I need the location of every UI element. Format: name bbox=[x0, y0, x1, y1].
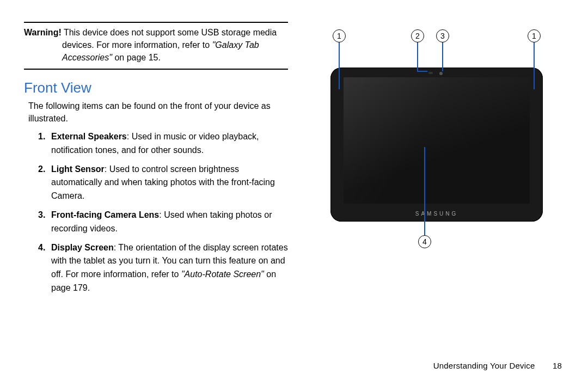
brand-label: SAMSUNG bbox=[330, 211, 543, 217]
left-column: Warning! This device does not support so… bbox=[24, 22, 288, 301]
tablet-outline: SAMSUNG bbox=[330, 68, 543, 222]
list-item: Front-facing Camera Lens: Used when taki… bbox=[38, 209, 288, 236]
footer-chapter: Understanding Your Device bbox=[433, 361, 535, 370]
light-sensor-dot bbox=[428, 72, 433, 74]
list-item: Light Sensor: Used to control screen bri… bbox=[38, 163, 288, 203]
callout-3: 3 bbox=[436, 29, 449, 42]
warning-ref-suffix: on page 15. bbox=[112, 53, 161, 62]
callout-1-right: 1 bbox=[528, 29, 541, 42]
callout-lead bbox=[339, 42, 340, 89]
page-footer: Understanding Your Device 18 bbox=[433, 361, 562, 370]
footer-page-number: 18 bbox=[553, 361, 562, 370]
screen-reflection bbox=[344, 77, 455, 204]
item-term: External Speakers bbox=[51, 132, 127, 141]
callout-lead bbox=[417, 71, 427, 72]
list-item: External Speakers: Used in music or vide… bbox=[38, 130, 288, 157]
feature-list: External Speakers: Used in music or vide… bbox=[24, 130, 288, 295]
manual-page: Warning! This device does not support so… bbox=[0, 0, 588, 392]
callout-4: 4 bbox=[418, 235, 431, 248]
callout-lead bbox=[424, 147, 425, 235]
warning-label: Warning! bbox=[24, 28, 62, 37]
warning-note: Warning! This device does not support so… bbox=[24, 22, 288, 70]
display-screen bbox=[344, 77, 530, 204]
callout-lead bbox=[534, 42, 535, 89]
item-term: Light Sensor bbox=[51, 164, 105, 174]
device-diagram: SAMSUNG 1 2 3 1 4 bbox=[318, 54, 553, 245]
item-term: Display Screen bbox=[51, 243, 114, 252]
callout-lead bbox=[442, 42, 443, 71]
callout-lead bbox=[417, 42, 418, 71]
callout-2: 2 bbox=[411, 29, 424, 42]
callout-1-left: 1 bbox=[333, 29, 346, 42]
section-heading: Front View bbox=[24, 79, 288, 96]
item-term: Front-facing Camera Lens bbox=[51, 210, 159, 219]
section-intro: The following items can be found on the … bbox=[28, 100, 288, 125]
front-camera-dot bbox=[439, 72, 443, 75]
item-ref-title: "Auto-Rotate Screen" bbox=[181, 270, 264, 279]
list-item: Display Screen: The orientation of the d… bbox=[38, 241, 288, 295]
